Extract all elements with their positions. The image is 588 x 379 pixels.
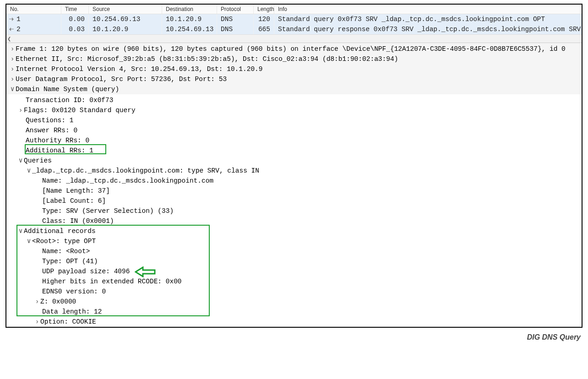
packet-list-pane[interactable]: No. Time Source Destination Protocol Len… <box>6 5 582 43</box>
scroll-left-icon[interactable]: ❮ <box>7 36 11 41</box>
cell-proto: DNS <box>217 24 254 34</box>
packet-list-header[interactable]: No. Time Source Destination Protocol Len… <box>6 5 582 14</box>
wireshark-window: No. Time Source Destination Protocol Len… <box>5 4 583 328</box>
cell-src: 10.254.69.13 <box>89 14 162 24</box>
expand-icon[interactable]: › <box>9 44 16 54</box>
cell-len: 120 <box>254 14 274 24</box>
response-arrow-icon <box>8 26 15 32</box>
cell-len: 665 <box>254 24 274 34</box>
tree-ipv4[interactable]: ›Internet Protocol Version 4, Src: 10.25… <box>6 64 582 74</box>
tree-queries[interactable]: ∨Queries <box>6 156 582 166</box>
tree-transaction-id[interactable]: Transaction ID: 0x0f73 <box>6 95 582 105</box>
tree-opt-type[interactable]: Type: OPT (41) <box>6 256 582 266</box>
packet-row[interactable]: 2 0.03 10.1.20.9 10.254.69.13 DNS 665 St… <box>6 24 582 34</box>
tree-query-name[interactable]: Name: _ldap._tcp.dc._msdcs.lookingpoint.… <box>6 176 582 186</box>
collapse-icon[interactable]: ∨ <box>26 166 32 176</box>
tree-root-opt[interactable]: ∨<Root>: type OPT <box>6 236 582 246</box>
col-header-src[interactable]: Source <box>89 5 162 14</box>
tree-frame[interactable]: ›Frame 1: 120 bytes on wire (960 bits), … <box>6 44 582 54</box>
tree-opt-edns0[interactable]: EDNS0 version: 0 <box>6 287 582 297</box>
tree-opt-datalen[interactable]: Data length: 12 <box>6 307 582 317</box>
packet-details-body[interactable]: Transaction ID: 0x0f73 ›Flags: 0x0120 St… <box>6 94 582 327</box>
cell-proto: DNS <box>217 14 254 24</box>
tree-opt-option-cookie[interactable]: ›Option: COOKIE <box>6 317 582 327</box>
tree-additional-rrs[interactable]: Additional RRs: 1 <box>6 146 582 156</box>
cell-info: Standard query 0x0f73 SRV _ldap._tcp.dc.… <box>274 14 582 24</box>
expand-icon[interactable]: › <box>17 105 24 115</box>
expand-icon[interactable]: › <box>9 54 16 64</box>
col-header-no[interactable]: No. <box>6 5 61 14</box>
tree-answer-rrs[interactable]: Answer RRs: 0 <box>6 125 582 135</box>
col-header-info[interactable]: Info <box>274 5 582 14</box>
horizontal-scrollbar[interactable]: ❮ <box>6 34 582 43</box>
collapse-icon[interactable]: ∨ <box>17 226 24 236</box>
cell-no: 1 <box>16 16 21 23</box>
expand-icon[interactable]: › <box>34 297 40 307</box>
figure-caption: DIG DNS Query <box>5 333 583 341</box>
col-header-len[interactable]: Length <box>254 5 274 14</box>
tree-opt-rcode[interactable]: Higher bits in extended RCODE: 0x00 <box>6 276 582 287</box>
col-header-dst[interactable]: Destination <box>162 5 217 14</box>
tree-additional-records[interactable]: ∨Additional records <box>6 226 582 236</box>
tree-udp[interactable]: ›User Datagram Protocol, Src Port: 57236… <box>6 74 582 84</box>
cell-time: 0.00 <box>61 14 89 24</box>
tree-dns[interactable]: ∨Domain Name System (query) <box>6 84 582 94</box>
tree-query-namelen[interactable]: [Name Length: 37] <box>6 186 582 196</box>
tree-authority-rrs[interactable]: Authority RRs: 0 <box>6 135 582 146</box>
collapse-icon[interactable]: ∨ <box>26 236 32 246</box>
request-arrow-icon <box>8 16 15 22</box>
tree-ethernet[interactable]: ›Ethernet II, Src: Microsof_39:2b:a5 (b8… <box>6 54 582 64</box>
packet-details-pane[interactable]: ›Frame 1: 120 bytes on wire (960 bits), … <box>6 43 582 94</box>
tree-query-srv[interactable]: ∨_ldap._tcp.dc._msdcs.lookingpoint.com: … <box>6 166 582 176</box>
tree-query-type[interactable]: Type: SRV (Server Selection) (33) <box>6 206 582 216</box>
collapse-icon[interactable]: ∨ <box>17 156 24 166</box>
expand-icon[interactable]: › <box>9 64 16 74</box>
cell-dst: 10.254.69.13 <box>162 24 217 34</box>
tree-query-class[interactable]: Class: IN (0x0001) <box>6 216 582 226</box>
cell-info: Standard query response 0x0f73 SRV _ldap… <box>274 24 582 34</box>
expand-icon[interactable]: › <box>9 74 16 84</box>
tree-questions[interactable]: Questions: 1 <box>6 115 582 125</box>
tree-opt-udp-payload[interactable]: UDP payload size: 4096 <box>6 266 582 276</box>
col-header-time[interactable]: Time <box>61 5 89 14</box>
cell-time: 0.03 <box>61 24 89 34</box>
tree-query-labelcount[interactable]: [Label Count: 6] <box>6 196 582 206</box>
cell-src: 10.1.20.9 <box>89 24 162 34</box>
cell-no: 2 <box>16 26 21 33</box>
expand-icon[interactable]: › <box>34 317 40 327</box>
collapse-icon[interactable]: ∨ <box>9 84 16 94</box>
tree-opt-name[interactable]: Name: <Root> <box>6 246 582 256</box>
cell-dst: 10.1.20.9 <box>162 14 217 24</box>
packet-row[interactable]: 1 0.00 10.254.69.13 10.1.20.9 DNS 120 St… <box>6 14 582 24</box>
tree-flags[interactable]: ›Flags: 0x0120 Standard query <box>6 105 582 115</box>
col-header-proto[interactable]: Protocol <box>217 5 254 14</box>
tree-opt-z[interactable]: ›Z: 0x0000 <box>6 297 582 307</box>
